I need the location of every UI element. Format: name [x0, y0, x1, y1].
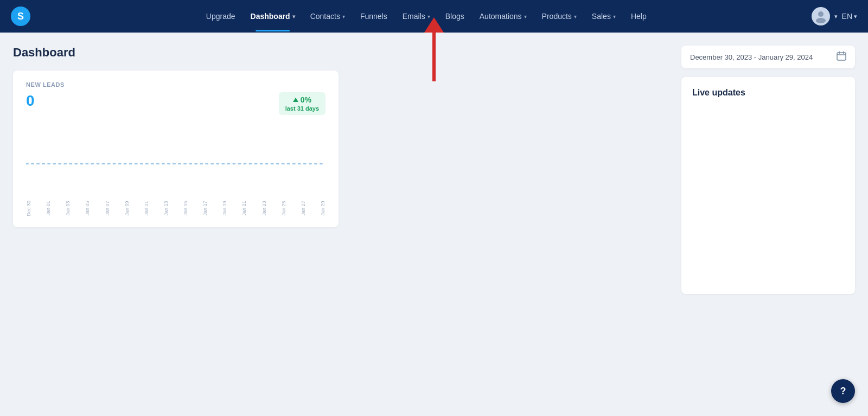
nav-funnels[interactable]: Funnels: [354, 9, 394, 24]
nav-products[interactable]: Products ▾: [535, 9, 583, 24]
logo[interactable]: S: [11, 7, 30, 26]
calendar-icon[interactable]: [837, 51, 846, 63]
avatar-chevron-icon: ▾: [834, 13, 838, 20]
x-label-9: Jan 17: [202, 201, 208, 216]
live-updates-card: Live updates: [681, 77, 855, 294]
nav-automations[interactable]: Automations ▾: [473, 9, 533, 24]
nav-help[interactable]: Help: [624, 9, 653, 24]
sales-chevron-icon: ▾: [613, 14, 616, 20]
chart-svg: [26, 131, 326, 196]
new-leads-label: NEW LEADS: [26, 81, 326, 88]
x-label-13: Jan 25: [281, 201, 286, 216]
chart-area: [26, 131, 326, 196]
automations-chevron-icon: ▾: [524, 14, 527, 20]
triangle-up-icon: [293, 98, 298, 102]
nav-emails[interactable]: Emails ▾: [396, 9, 437, 24]
x-label-7: Jan 13: [163, 201, 169, 216]
x-label-15: Jan 29: [320, 201, 326, 216]
x-label-11: Jan 21: [241, 201, 247, 216]
leads-badge: 0% last 31 days: [279, 92, 326, 115]
card-value-row: 0 0% last 31 days: [26, 92, 326, 115]
avatar[interactable]: [812, 7, 830, 25]
chart-x-labels: Dec 30 Jan 01 Jan 03 Jan 05 Jan 07 Jan 0…: [26, 201, 326, 216]
badge-sub: last 31 days: [285, 105, 319, 112]
live-updates-title: Live updates: [692, 88, 844, 98]
x-label-0: Dec 30: [26, 201, 31, 216]
x-label-8: Jan 15: [183, 201, 188, 216]
x-label-5: Jan 09: [124, 201, 130, 216]
svg-point-0: [818, 11, 824, 17]
x-label-1: Jan 01: [46, 201, 51, 216]
navbar: S Upgrade Dashboard ▾ Contacts ▾ Funnels…: [0, 0, 868, 33]
svg-point-1: [816, 18, 826, 23]
x-label-12: Jan 23: [261, 201, 267, 216]
new-leads-card: NEW LEADS 0 0% last 31 days: [13, 71, 339, 227]
navbar-right: ▾ EN ▾: [812, 7, 857, 25]
nav-contacts[interactable]: Contacts ▾: [304, 9, 352, 24]
help-button[interactable]: ?: [831, 379, 855, 403]
nav-dashboard[interactable]: Dashboard ▾: [244, 9, 302, 24]
products-chevron-icon: ▾: [574, 14, 577, 20]
date-range-text: December 30, 2023 - January 29, 2024: [690, 53, 813, 61]
date-range-bar[interactable]: December 30, 2023 - January 29, 2024: [681, 46, 855, 68]
nav-links: Upgrade Dashboard ▾ Contacts ▾ Funnels E…: [41, 9, 812, 24]
page-title: Dashboard: [13, 46, 671, 60]
svg-rect-3: [837, 53, 846, 60]
contacts-chevron-icon: ▾: [342, 14, 345, 20]
lang-chevron-icon: ▾: [854, 13, 857, 20]
x-label-10: Jan 19: [222, 201, 227, 216]
lang-selector[interactable]: EN ▾: [842, 12, 857, 21]
new-leads-value: 0: [26, 92, 35, 110]
x-label-2: Jan 03: [65, 201, 71, 216]
nav-upgrade[interactable]: Upgrade: [200, 9, 242, 24]
x-label-6: Jan 11: [144, 201, 149, 216]
page-content: Dashboard NEW LEADS 0 0% last 31 days: [0, 33, 868, 416]
nav-blogs[interactable]: Blogs: [439, 9, 471, 24]
nav-sales[interactable]: Sales ▾: [585, 9, 622, 24]
x-label-3: Jan 05: [85, 201, 90, 216]
x-label-4: Jan 07: [105, 201, 110, 216]
main-area: Dashboard NEW LEADS 0 0% last 31 days: [13, 46, 671, 403]
x-label-14: Jan 27: [301, 201, 306, 216]
badge-pct: 0%: [293, 95, 311, 104]
right-panel: December 30, 2023 - January 29, 2024 Liv…: [681, 46, 855, 403]
dashboard-chevron-icon: ▾: [292, 14, 295, 20]
emails-chevron-icon: ▾: [427, 14, 430, 20]
